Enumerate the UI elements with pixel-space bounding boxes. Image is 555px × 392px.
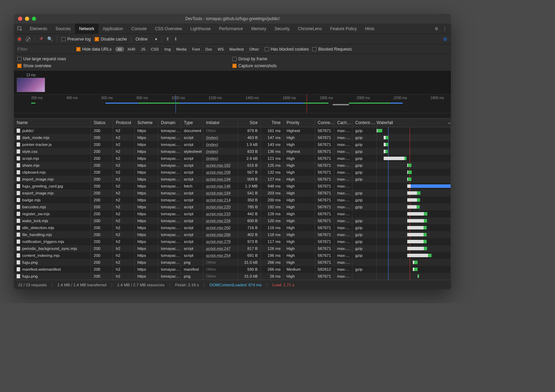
col-status[interactable]: Status — [91, 119, 113, 127]
tab-hints[interactable]: Hints — [361, 24, 378, 34]
tab-memory[interactable]: Memory — [247, 24, 270, 34]
initiator-link[interactable]: script.mjs:146 — [206, 184, 231, 188]
initiator-link[interactable]: script.mjs:182 — [206, 163, 231, 167]
table-header[interactable]: Name Status Protocol Scheme Domain Type … — [14, 118, 451, 127]
download-har-icon[interactable]: ⬇ — [174, 36, 178, 42]
tab-lighthouse[interactable]: Lighthouse — [186, 24, 215, 34]
has-blocked-cookies-checkbox[interactable]: Has blocked cookies — [265, 47, 309, 52]
table-row[interactable]: file_handling.mjs200h2httpstomayac…scrip… — [14, 231, 451, 238]
col-size[interactable]: Size — [238, 119, 261, 127]
initiator-link[interactable]: script.mjs:214 — [206, 198, 231, 202]
initiator-link[interactable]: script.mjs:260 — [206, 226, 231, 230]
table-row[interactable]: content_indexing.mjs200h2httpstomayac…sc… — [14, 252, 451, 259]
table-row[interactable]: export_image.mjs200h2httpstomayac…script… — [14, 190, 451, 197]
col-waterfall[interactable]: Waterfall — [377, 119, 451, 127]
filter-type-font[interactable]: Font — [190, 47, 202, 52]
tab-elements[interactable]: Elements — [26, 24, 51, 34]
table-row[interactable]: script.mjs200h2httpstomayac…script(index… — [14, 155, 451, 162]
table-row[interactable]: clipboard.mjs200h2httpstomayac…scriptscr… — [14, 169, 451, 176]
initiator-link[interactable]: script.mjs:194 — [206, 191, 231, 195]
initiator-link[interactable]: script.mjs:254 — [206, 253, 231, 258]
table-row[interactable]: notification_triggers.mjs200h2httpstomay… — [14, 238, 451, 245]
filter-type-media[interactable]: Media — [174, 47, 189, 52]
col-time[interactable]: Time — [261, 119, 284, 127]
initiator-link[interactable]: script.mjs:208 — [206, 170, 231, 174]
table-row[interactable]: share.mjs200h2httpstomayac…scriptscript.… — [14, 162, 451, 169]
initiator-link[interactable]: (index) — [206, 136, 218, 140]
col-priority[interactable]: Priority — [284, 119, 315, 127]
initiator-link[interactable]: (index) — [206, 156, 218, 160]
initiator-link[interactable]: script.mjs:278 — [206, 239, 231, 244]
throttle-select[interactable]: Online▾ — [136, 37, 157, 42]
tab-chromelens[interactable]: ChromeLens — [294, 24, 326, 34]
col-initiator[interactable]: Initiator — [203, 119, 238, 127]
inspect-icon[interactable] — [16, 25, 24, 33]
table-row[interactable]: wake_lock.mjs200h2httpstomayac…scriptscr… — [14, 217, 451, 224]
upload-har-icon[interactable]: ⬆ — [166, 36, 170, 42]
show-overview-checkbox[interactable]: Show overview — [17, 63, 232, 68]
tab-css-overview[interactable]: CSS Overview — [151, 24, 186, 34]
filter-type-css[interactable]: CSS — [148, 47, 161, 52]
col-name[interactable]: Name — [14, 119, 91, 127]
col-connection[interactable]: Conne… — [315, 119, 334, 127]
tab-sources[interactable]: Sources — [51, 24, 75, 34]
blocked-requests-checkbox[interactable]: Blocked Requests — [312, 47, 352, 52]
initiator-link[interactable]: script.mjs:226 — [206, 219, 231, 223]
large-rows-checkbox[interactable]: Use large request rows — [17, 56, 232, 61]
table-row[interactable]: fugu.png200h2httpstomayac…pngOther31.0 k… — [14, 259, 451, 266]
col-cache[interactable]: Cach… — [334, 119, 352, 127]
settings-icon[interactable]: ⚙ — [435, 26, 438, 31]
zoom-icon[interactable] — [32, 17, 36, 21]
filter-type-all[interactable]: All — [115, 47, 124, 52]
table-row[interactable]: badge.mjs200h2httpstomayac…scriptscript.… — [14, 197, 451, 203]
col-scheme[interactable]: Scheme — [135, 119, 158, 127]
preserve-log-checkbox[interactable]: Preserve log — [61, 37, 91, 42]
col-domain[interactable]: Domain — [158, 119, 181, 127]
clear-icon[interactable] — [26, 37, 31, 42]
group-by-frame-checkbox[interactable]: Group by frame — [232, 56, 447, 61]
tab-feature-policy[interactable]: Feature Policy — [326, 24, 361, 34]
filter-type-doc[interactable]: Doc — [203, 47, 215, 52]
more-icon[interactable]: ⋮ — [443, 26, 447, 31]
capture-screenshots-checkbox[interactable]: Capture screenshots — [232, 63, 447, 68]
tab-console[interactable]: Console — [127, 24, 151, 34]
table-row[interactable]: fugu_greeting_card.jpg200h2httpstomayac…… — [14, 183, 451, 190]
tab-security[interactable]: Security — [271, 24, 294, 34]
table-row[interactable]: idle_detection.mjs200h2httpstomayac…scri… — [14, 224, 451, 231]
tab-application[interactable]: Application — [99, 24, 127, 34]
minimize-icon[interactable] — [25, 17, 29, 21]
panel-settings-icon[interactable]: ⚙ — [443, 36, 447, 42]
table-row[interactable]: manifest.webmanifest200h2httpstomayac…ma… — [14, 266, 451, 273]
filter-type-img[interactable]: Img — [162, 47, 173, 52]
table-row[interactable]: barcodes.mjs200h2httpstomayac…scriptscri… — [14, 203, 451, 210]
hide-data-urls-checkbox[interactable]: Hide data URLs — [76, 47, 112, 52]
initiator-link[interactable]: script.mjs:194 — [206, 177, 231, 181]
col-content-encoding[interactable]: Content-… — [352, 119, 377, 127]
initiator-link[interactable]: (index) — [206, 142, 218, 147]
table-row[interactable]: periodic_background_sync.mjs200h2httpsto… — [14, 245, 451, 252]
filter-type-other[interactable]: Other — [247, 47, 262, 52]
filter-type-js[interactable]: JS — [138, 47, 148, 52]
disable-cache-checkbox[interactable]: Disable cache — [95, 37, 127, 42]
search-icon[interactable]: 🔍 — [47, 36, 53, 42]
col-protocol[interactable]: Protocol — [113, 119, 135, 127]
initiator-link[interactable]: script.mjs:266 — [206, 233, 231, 237]
initiator-link[interactable]: script.mjs:220 — [206, 205, 231, 209]
table-row[interactable]: public/200h2httpstomayac…documentOther87… — [14, 127, 451, 134]
filter-type-xhr[interactable]: XHR — [125, 47, 138, 52]
filter-type-manifest[interactable]: Manifest — [227, 47, 246, 52]
col-type[interactable]: Type — [181, 119, 203, 127]
initiator-link[interactable]: script.mjs:233 — [206, 212, 231, 216]
tab-performance[interactable]: Performance — [215, 24, 247, 34]
initiator-link[interactable]: script.mjs:247 — [206, 246, 231, 251]
timeline-overview[interactable]: 200 ms400 ms600 ms800 ms1000 ms1200 ms14… — [14, 95, 451, 113]
filter-icon[interactable]: ⧩ — [39, 36, 43, 42]
request-table[interactable]: public/200h2httpstomayac…documentOther87… — [14, 127, 451, 280]
filmstrip[interactable]: 13 ms — [14, 71, 451, 95]
table-row[interactable]: style.css200h2httpstomayac…stylesheet(in… — [14, 148, 451, 155]
record-icon[interactable] — [17, 37, 22, 41]
tab-network[interactable]: Network — [75, 24, 99, 34]
initiator-link[interactable]: (index) — [206, 149, 218, 154]
filter-type-ws[interactable]: WS — [215, 47, 227, 52]
table-row[interactable]: import_image.mjs200h2httpstomayac…script… — [14, 176, 451, 183]
